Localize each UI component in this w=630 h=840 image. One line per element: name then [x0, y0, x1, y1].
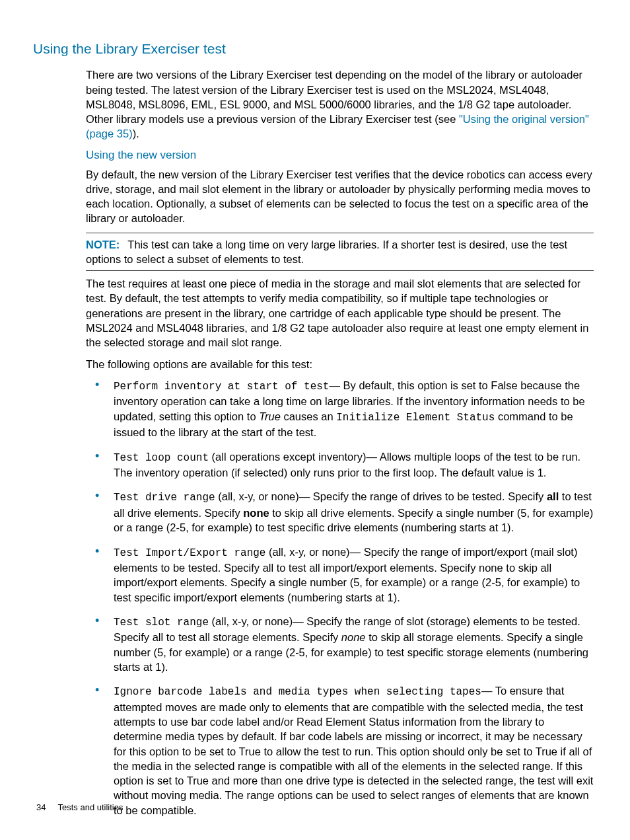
note-text: This test can take a long time on very l… — [86, 239, 567, 265]
option-name: Test Import/Export range — [114, 547, 265, 559]
section-heading: Using the Library Exerciser test — [33, 40, 594, 58]
options-list: Perform inventory at start of test— By d… — [86, 378, 594, 818]
option-text: (all, x-y, or none)— Specify the range o… — [215, 490, 547, 502]
requirements-paragraph: The test requires at least one piece of … — [86, 276, 594, 350]
option-all: all — [547, 490, 559, 502]
divider-bottom — [86, 270, 594, 271]
option-none: none — [341, 631, 366, 643]
option-item-loop-count: Test loop count (all operations except i… — [86, 449, 594, 480]
intro-paragraph: There are two versions of the Library Ex… — [86, 67, 594, 141]
divider-top — [86, 233, 594, 233]
option-text: causes an — [281, 410, 336, 422]
option-text: — To ensure that attempted moves are mad… — [114, 685, 593, 816]
options-lead-in: The following options are available for … — [86, 357, 594, 371]
intro-text-post: ). — [133, 128, 139, 139]
option-item-inventory: Perform inventory at start of test— By d… — [86, 378, 594, 440]
footer-section-title: Tests and utilities — [57, 802, 123, 812]
option-item-drive-range: Test drive range (all, x-y, or none)— Sp… — [86, 489, 594, 535]
option-item-slot-range: Test slot range (all, x-y, or none)— Spe… — [86, 614, 594, 674]
option-name: Test drive range — [114, 492, 215, 504]
option-name: Ignore barcode labels and media types wh… — [114, 686, 481, 698]
note-block: NOTE:This test can take a long time on v… — [86, 237, 594, 267]
option-item-ignore-barcode: Ignore barcode labels and media types wh… — [86, 683, 594, 818]
option-command: Initialize Element Status — [336, 412, 495, 424]
option-item-import-export-range: Test Import/Export range (all, x-y, or n… — [86, 545, 594, 605]
subsection-heading: Using the new version — [86, 148, 594, 163]
option-name: Test slot range — [114, 617, 209, 629]
page-footer: 34Tests and utilities — [36, 802, 123, 814]
version-description: By default, the new version of the Libra… — [86, 167, 594, 226]
page-number: 34 — [36, 802, 46, 812]
option-true: True — [259, 410, 281, 422]
option-name: Test loop count — [114, 452, 209, 464]
option-none: none — [243, 507, 269, 519]
option-name: Perform inventory at start of test — [114, 381, 329, 393]
note-label: NOTE: — [86, 239, 120, 250]
